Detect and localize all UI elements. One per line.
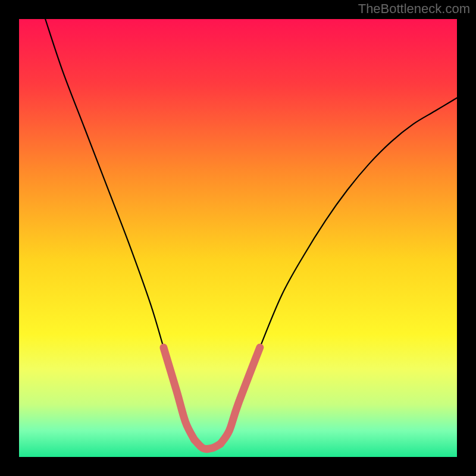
watermark-text: TheBottleneck.com xyxy=(358,1,470,17)
chart-container: TheBottleneck.com xyxy=(0,0,476,476)
plot-background xyxy=(19,19,457,457)
bottleneck-chart xyxy=(0,0,476,476)
